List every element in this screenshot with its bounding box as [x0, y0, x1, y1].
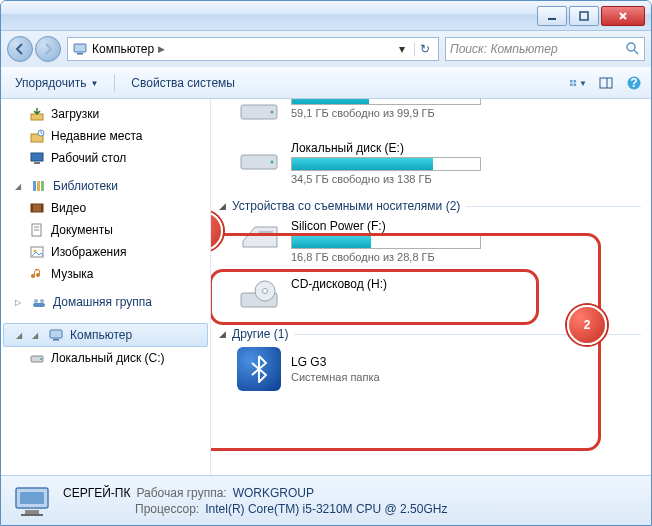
- minimize-button[interactable]: [537, 6, 567, 26]
- sidebar-item-local-c[interactable]: Локальный диск (C:): [1, 347, 210, 369]
- search-placeholder: Поиск: Компьютер: [450, 42, 624, 56]
- help-button[interactable]: ?: [625, 74, 643, 92]
- svg-rect-21: [33, 181, 36, 191]
- refresh-button[interactable]: ↻: [414, 42, 434, 56]
- svg-rect-26: [41, 204, 43, 212]
- maximize-button[interactable]: [569, 6, 599, 26]
- address-bar-row: Компьютер ▶ ▾ ↻ Поиск: Компьютер: [1, 31, 651, 67]
- svg-point-40: [271, 111, 274, 114]
- svg-rect-35: [50, 330, 62, 338]
- svg-rect-12: [600, 78, 612, 88]
- libraries-icon: [31, 178, 47, 194]
- drive-item-f[interactable]: Silicon Power (F:) 16,8 ГБ свободно из 2…: [237, 219, 641, 263]
- downloads-icon: [29, 106, 45, 122]
- sidebar-group-homegroup[interactable]: Домашняя группа: [1, 291, 210, 313]
- chevron-down-icon: ▼: [90, 79, 98, 88]
- forward-button[interactable]: [35, 36, 61, 62]
- drive-name: Silicon Power (F:): [291, 219, 641, 233]
- drive-name: CD-дисковод (H:): [291, 277, 641, 291]
- preview-pane-button[interactable]: [597, 74, 615, 92]
- sidebar-item-label: Библиотеки: [53, 179, 118, 193]
- organize-button[interactable]: Упорядочить ▼: [9, 74, 104, 92]
- sidebar-item-music[interactable]: Музыка: [1, 263, 210, 285]
- svg-point-46: [263, 289, 268, 294]
- annotation-badge-1: 1: [211, 211, 223, 251]
- computer-large-icon: [11, 480, 53, 522]
- status-cpu-label: Процессор:: [135, 502, 199, 516]
- sidebar-item-label: Компьютер: [70, 328, 132, 342]
- svg-rect-5: [77, 53, 83, 55]
- device-item-bt[interactable]: LG G3 Системная папка: [237, 347, 641, 391]
- address-bar[interactable]: Компьютер ▶ ▾ ↻: [67, 37, 439, 61]
- sidebar-item-label: Музыка: [51, 267, 93, 281]
- svg-rect-4: [74, 44, 86, 52]
- svg-rect-34: [33, 303, 45, 307]
- svg-rect-43: [259, 231, 273, 234]
- group-header-label: Другие (1): [232, 327, 288, 341]
- sidebar-item-documents[interactable]: Документы: [1, 219, 210, 241]
- titlebar: [1, 1, 651, 31]
- view-mode-button[interactable]: ▼: [569, 74, 587, 92]
- homegroup-icon: [31, 294, 47, 310]
- group-header-other[interactable]: ◢ Другие (1): [219, 327, 641, 341]
- images-icon: [29, 244, 45, 260]
- status-cpu: Intel(R) Core(TM) i5-3210M CPU @ 2.50GHz: [205, 502, 447, 516]
- group-header-removable[interactable]: ◢ Устройства со съемными носителями (2): [219, 199, 641, 213]
- svg-rect-23: [41, 181, 44, 191]
- cd-drive-icon: [237, 277, 281, 313]
- svg-rect-22: [37, 181, 40, 191]
- drive-icon: [237, 141, 281, 177]
- breadcrumb-location[interactable]: Компьютер: [92, 42, 154, 56]
- sidebar-item-label: Локальный диск (C:): [51, 351, 165, 365]
- drive-free-text: 16,8 ГБ свободно из 28,8 ГБ: [291, 251, 641, 263]
- sidebar-group-libraries[interactable]: Библиотеки: [1, 175, 210, 197]
- capacity-bar: [291, 99, 481, 105]
- drive-icon: [237, 99, 281, 127]
- system-properties-button[interactable]: Свойства системы: [125, 74, 241, 92]
- sidebar-item-label: Рабочий стол: [51, 151, 126, 165]
- close-button[interactable]: [601, 6, 645, 26]
- desktop-icon: [29, 150, 45, 166]
- svg-rect-11: [574, 84, 577, 87]
- drive-item-top[interactable]: 59,1 ГБ свободно из 99,9 ГБ: [237, 99, 641, 127]
- status-workgroup-label: Рабочая группа:: [136, 486, 226, 500]
- svg-rect-1: [580, 12, 588, 20]
- svg-line-7: [634, 50, 638, 54]
- svg-rect-9: [574, 80, 577, 83]
- drive-item-e[interactable]: Локальный диск (E:) 34,5 ГБ свободно из …: [237, 141, 641, 185]
- svg-rect-20: [34, 162, 40, 164]
- annotation-box: [211, 233, 601, 451]
- svg-rect-25: [31, 204, 33, 212]
- group-divider: [466, 206, 641, 207]
- drive-name: Локальный диск (E:): [291, 141, 641, 155]
- svg-rect-48: [20, 492, 44, 504]
- system-properties-label: Свойства системы: [131, 76, 235, 90]
- sidebar-item-downloads[interactable]: Загрузки: [1, 103, 210, 125]
- search-box[interactable]: Поиск: Компьютер: [445, 37, 645, 61]
- window-body: Загрузки Недавние места Рабочий стол Биб…: [1, 99, 651, 475]
- drive-item-h[interactable]: CD-дисковод (H:): [237, 277, 641, 313]
- svg-rect-8: [570, 80, 573, 83]
- sidebar-group-computer[interactable]: ◢ Компьютер: [3, 323, 208, 347]
- capacity-bar: [291, 235, 481, 249]
- drive-free-text: 59,1 ГБ свободно из 99,9 ГБ: [291, 107, 641, 119]
- sidebar-item-video[interactable]: Видео: [1, 197, 210, 219]
- explorer-window: Компьютер ▶ ▾ ↻ Поиск: Компьютер Упорядо…: [0, 0, 652, 526]
- sidebar-item-label: Недавние места: [51, 129, 142, 143]
- removable-drive-icon: [237, 219, 281, 255]
- group-header-label: Устройства со съемными носителями (2): [232, 199, 460, 213]
- sidebar-item-recent[interactable]: Недавние места: [1, 125, 210, 147]
- back-button[interactable]: [7, 36, 33, 62]
- sidebar-item-images[interactable]: Изображения: [1, 241, 210, 263]
- sidebar-item-label: Видео: [51, 201, 86, 215]
- details-pane: СЕРГЕЙ-ПК Рабочая группа: WORKGROUP Проц…: [1, 475, 651, 525]
- bluetooth-icon: [237, 347, 281, 391]
- sidebar-item-desktop[interactable]: Рабочий стол: [1, 147, 210, 169]
- address-dropdown-button[interactable]: ▾: [394, 42, 410, 56]
- navigation-pane: Загрузки Недавние места Рабочий стол Биб…: [1, 99, 211, 475]
- chevron-right-icon[interactable]: ▶: [158, 44, 165, 54]
- group-divider: [294, 334, 641, 335]
- expand-icon: ◢: [219, 201, 226, 211]
- recent-icon: [29, 128, 45, 144]
- computer-icon: [72, 41, 88, 57]
